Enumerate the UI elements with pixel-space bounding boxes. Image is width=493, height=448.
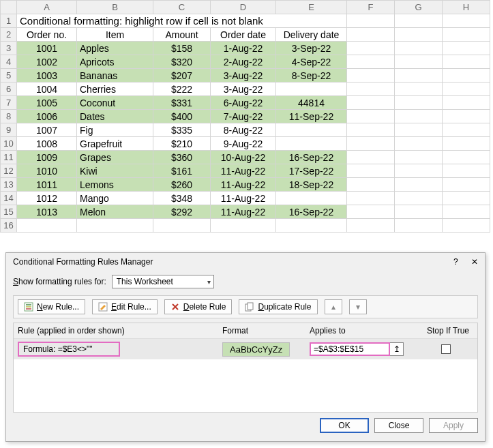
cell-orderdate[interactable]: 11-Aug-22: [211, 178, 276, 192]
cell-delivery[interactable]: 44814: [276, 96, 347, 110]
range-selector-button[interactable]: ↥: [390, 342, 404, 356]
cell-empty[interactable]: [395, 96, 443, 110]
cell-empty[interactable]: [347, 164, 395, 178]
cell-orderdate[interactable]: 11-Aug-22: [211, 192, 276, 205]
row-header-7[interactable]: 7: [1, 96, 17, 110]
cell-empty[interactable]: [347, 110, 395, 123]
header-B[interactable]: Item: [77, 28, 153, 42]
cell-orderdate[interactable]: 11-Aug-22: [211, 205, 276, 219]
cell-delivery[interactable]: 16-Sep-22: [276, 151, 347, 164]
row-header-3[interactable]: 3: [1, 42, 17, 55]
cell-order[interactable]: 1006: [17, 110, 77, 123]
cell-amount[interactable]: $348: [153, 192, 211, 205]
cell-order[interactable]: 1005: [17, 96, 77, 110]
cell-empty[interactable]: [443, 14, 490, 28]
row-header-12[interactable]: 12: [1, 164, 17, 178]
cell-empty[interactable]: [443, 137, 490, 151]
header-D[interactable]: Order date: [211, 28, 276, 42]
cell-empty[interactable]: [443, 151, 490, 164]
cell-empty[interactable]: [443, 96, 490, 110]
cell-amount[interactable]: $292: [153, 205, 211, 219]
cell-delivery[interactable]: 18-Sep-22: [276, 178, 347, 192]
cell-orderdate[interactable]: 3-Aug-22: [211, 69, 276, 83]
edit-rule-button[interactable]: Edit Rule...: [92, 299, 158, 314]
cell-order[interactable]: 1009: [17, 151, 77, 164]
header-E[interactable]: Delivery date: [276, 28, 347, 42]
cell-order[interactable]: 1011: [17, 178, 77, 192]
cell-amount[interactable]: $320: [153, 55, 211, 69]
cell-empty[interactable]: [395, 42, 443, 55]
col-header-D[interactable]: D: [211, 1, 276, 14]
cell-order[interactable]: [17, 219, 77, 233]
cell-empty[interactable]: [347, 83, 395, 96]
cell-empty[interactable]: [395, 178, 443, 192]
col-header-C[interactable]: C: [153, 1, 211, 14]
row-header-9[interactable]: 9: [1, 123, 17, 137]
cell-empty[interactable]: [347, 14, 395, 28]
cell-delivery[interactable]: 8-Sep-22: [276, 69, 347, 83]
cell-order[interactable]: 1003: [17, 69, 77, 83]
row-header-2[interactable]: 2: [1, 28, 17, 42]
col-header-B[interactable]: B: [77, 1, 153, 14]
cell-amount[interactable]: $335: [153, 123, 211, 137]
cell-orderdate[interactable]: 7-Aug-22: [211, 110, 276, 123]
cell-empty[interactable]: [395, 192, 443, 205]
cell-amount[interactable]: $260: [153, 178, 211, 192]
cell-amount[interactable]: $207: [153, 69, 211, 83]
cell-item[interactable]: Melon: [77, 205, 153, 219]
scope-dropdown[interactable]: This Worksheet ▾: [112, 275, 214, 288]
cell-order[interactable]: 1002: [17, 55, 77, 69]
row-header-15[interactable]: 15: [1, 205, 17, 219]
cell-delivery[interactable]: 3-Sep-22: [276, 42, 347, 55]
cell-item[interactable]: [77, 219, 153, 233]
cell-delivery[interactable]: 11-Sep-22: [276, 110, 347, 123]
cell-order[interactable]: 1007: [17, 123, 77, 137]
duplicate-rule-button[interactable]: Duplicate Rule: [239, 299, 317, 314]
cell-amount[interactable]: $210: [153, 137, 211, 151]
cell-item[interactable]: Grapes: [77, 151, 153, 164]
cell-delivery[interactable]: [276, 123, 347, 137]
cell-empty[interactable]: [347, 205, 395, 219]
cell-amount[interactable]: $331: [153, 96, 211, 110]
row-header-1[interactable]: 1: [1, 14, 17, 28]
row-header-8[interactable]: 8: [1, 110, 17, 123]
new-rule-button[interactable]: New Rule...: [18, 299, 85, 314]
cell-empty[interactable]: [443, 123, 490, 137]
cell-order[interactable]: 1013: [17, 205, 77, 219]
cell-empty[interactable]: [395, 55, 443, 69]
cell-orderdate[interactable]: 9-Aug-22: [211, 137, 276, 151]
cell-orderdate[interactable]: 3-Aug-22: [211, 83, 276, 96]
cell-order[interactable]: 1008: [17, 137, 77, 151]
cell-empty[interactable]: [347, 137, 395, 151]
cell-empty[interactable]: [443, 69, 490, 83]
cell-orderdate[interactable]: 8-Aug-22: [211, 123, 276, 137]
cell-amount[interactable]: $360: [153, 151, 211, 164]
cell-order[interactable]: 1001: [17, 42, 77, 55]
cell-amount[interactable]: $161: [153, 164, 211, 178]
cell-item[interactable]: Apples: [77, 42, 153, 55]
cell-order[interactable]: 1010: [17, 164, 77, 178]
cell-empty[interactable]: [347, 69, 395, 83]
cell-orderdate[interactable]: 11-Aug-22: [211, 164, 276, 178]
row-header-13[interactable]: 13: [1, 178, 17, 192]
cell-item[interactable]: Kiwi: [77, 164, 153, 178]
cell-empty[interactable]: [347, 192, 395, 205]
rule-row[interactable]: Formula: =$E3<>"" AaBbCcYyZz ↥: [14, 339, 477, 359]
stop-if-true-checkbox[interactable]: [441, 344, 451, 354]
cell-amount[interactable]: $222: [153, 83, 211, 96]
header-A[interactable]: Order no.: [17, 28, 77, 42]
cell-empty[interactable]: [443, 178, 490, 192]
cell-empty[interactable]: [395, 137, 443, 151]
select-all-corner[interactable]: [1, 1, 17, 14]
row-header-4[interactable]: 4: [1, 55, 17, 69]
cell-delivery[interactable]: [276, 192, 347, 205]
cell-delivery[interactable]: [276, 219, 347, 233]
sheet-title[interactable]: Conditional formatting: highlight row if…: [17, 14, 347, 28]
col-header-E[interactable]: E: [276, 1, 347, 14]
row-header-6[interactable]: 6: [1, 83, 17, 96]
cell-empty[interactable]: [395, 83, 443, 96]
cell-empty[interactable]: [347, 219, 395, 233]
cell-empty[interactable]: [395, 205, 443, 219]
cell-empty[interactable]: [347, 96, 395, 110]
cell-amount[interactable]: $158: [153, 42, 211, 55]
